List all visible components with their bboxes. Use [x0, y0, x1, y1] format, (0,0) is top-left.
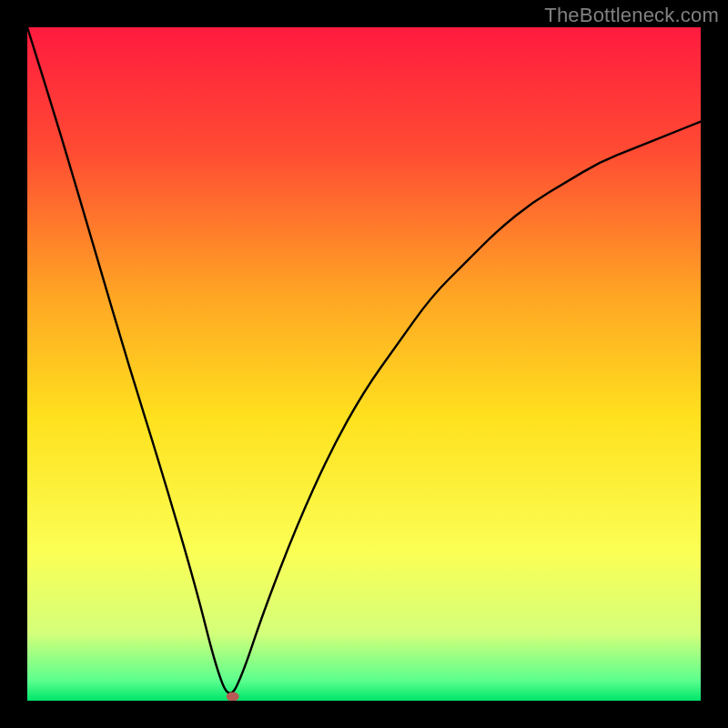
chart-frame: TheBottleneck.com [0, 0, 728, 728]
plot-area [27, 27, 701, 701]
bottleneck-chart [27, 27, 701, 701]
attribution-label: TheBottleneck.com [544, 4, 719, 27]
